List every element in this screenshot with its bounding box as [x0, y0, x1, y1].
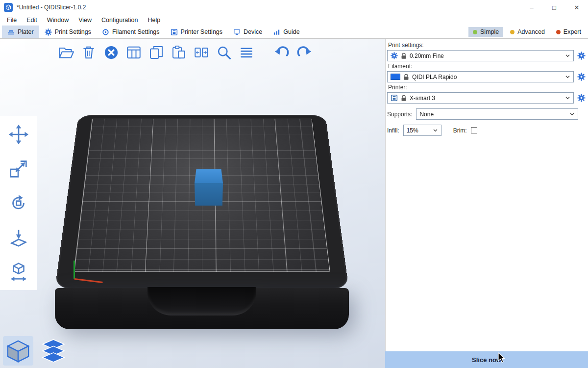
move-button[interactable] [6, 123, 31, 146]
simple-mode-dot-icon [473, 30, 477, 34]
print-settings-label: Print settings: [388, 42, 586, 49]
tab-plater-label: Plater [18, 28, 34, 35]
tab-guide[interactable]: Guide [268, 26, 305, 38]
print-settings-combo[interactable]: 0.20mm Fine [387, 50, 574, 61]
mirror-button[interactable] [6, 260, 31, 284]
mode-expert[interactable]: Expert [552, 27, 586, 37]
menu-file[interactable]: File [2, 16, 22, 25]
plater-icon [7, 28, 15, 36]
gear-icon [577, 94, 586, 102]
delete-all-icon [102, 44, 120, 61]
tab-plater[interactable]: Plater [2, 26, 39, 38]
supports-combo[interactable]: None [416, 108, 578, 120]
printer-label: Printer: [388, 84, 586, 91]
brim-checkbox[interactable] [471, 127, 477, 133]
menu-bar: File Edit Window View Configuration Help [0, 15, 588, 26]
chevron-down-icon [565, 54, 570, 57]
menu-window[interactable]: Window [42, 16, 74, 25]
place-on-face-button[interactable] [6, 226, 31, 249]
infill-combo[interactable]: 15% [403, 125, 441, 136]
model-cube-top[interactable] [195, 169, 223, 183]
variable-layer-height-button[interactable] [235, 41, 258, 64]
tab-printer-settings-label: Printer Settings [181, 28, 222, 35]
mouse-cursor [498, 352, 506, 364]
plater-toolbar [55, 41, 316, 64]
move-icon [7, 123, 30, 146]
supports-label: Supports: [387, 111, 412, 118]
mode-simple[interactable]: Simple [468, 27, 503, 37]
tab-device[interactable]: Device [228, 26, 268, 38]
undo-button[interactable] [270, 41, 293, 64]
redo-icon [295, 44, 313, 61]
window-controls: – □ ✕ [520, 0, 588, 15]
printer-combo[interactable]: X-smart 3 [387, 92, 574, 104]
maximize-button[interactable]: □ [543, 0, 565, 15]
menu-view[interactable]: View [74, 16, 97, 25]
tab-print-settings[interactable]: Print Settings [39, 26, 97, 38]
search-button[interactable] [213, 41, 235, 64]
preview-layers-view-button[interactable] [38, 336, 69, 366]
viewport-3d[interactable] [0, 39, 385, 368]
chevron-down-icon [569, 112, 575, 116]
mode-advanced[interactable]: Advanced [506, 27, 549, 37]
mode-expert-label: Expert [564, 28, 581, 35]
view-switch [3, 336, 69, 366]
gear-icon [577, 73, 586, 81]
split-objects-icon [193, 44, 210, 61]
menu-help[interactable]: Help [143, 16, 165, 25]
open-project-button[interactable] [55, 41, 77, 64]
print-settings-value: 0.20mm Fine [410, 53, 444, 59]
supports-value: None [419, 111, 434, 118]
tab-guide-label: Guide [283, 28, 299, 35]
filament-color-swatch [391, 74, 400, 80]
editor-3d-view-button[interactable] [3, 336, 33, 366]
rotate-button[interactable] [6, 191, 31, 215]
layers-icon [238, 44, 255, 61]
menu-edit[interactable]: Edit [22, 16, 42, 25]
paste-button[interactable] [168, 41, 190, 64]
copy-icon [147, 44, 165, 61]
trash-icon [80, 44, 98, 61]
paste-icon [170, 44, 188, 61]
search-icon [215, 44, 233, 61]
edit-print-settings-button[interactable] [576, 51, 586, 61]
arrange-button[interactable] [122, 41, 145, 64]
delete-button[interactable] [77, 41, 100, 64]
y-axis-indicator [74, 261, 75, 279]
slice-now-button[interactable]: Slice now [385, 351, 588, 368]
lock-icon [403, 74, 409, 80]
filament-value: QIDI PLA Rapido [412, 74, 457, 80]
tab-printer-settings[interactable]: Printer Settings [165, 26, 228, 38]
gear-icon [391, 52, 398, 59]
edit-printer-button[interactable] [576, 93, 586, 103]
brim-label: Brim: [453, 127, 467, 134]
filament-combo[interactable]: QIDI PLA Rapido [387, 71, 574, 82]
split-objects-button[interactable] [190, 41, 213, 64]
redo-button[interactable] [293, 41, 316, 64]
printer-bed-3d [55, 39, 349, 289]
model-cube-front[interactable] [195, 183, 223, 206]
window-title: *Untitled - QIDISlicer-1.0.2 [17, 4, 86, 11]
folder-open-icon [57, 44, 75, 61]
undo-icon [273, 44, 291, 61]
chevron-down-icon [433, 129, 438, 132]
cube-view-icon [5, 339, 31, 363]
minimize-button[interactable]: – [520, 0, 543, 15]
printer-case-front [55, 288, 349, 329]
tab-filament-settings[interactable]: Filament Settings [97, 26, 165, 38]
filament-label: Filament: [388, 63, 586, 70]
rotate-icon [7, 192, 30, 214]
edit-filament-button[interactable] [576, 72, 586, 82]
close-button[interactable]: ✕ [565, 0, 588, 15]
mode-switcher: Simple Advanced Expert [468, 26, 588, 38]
infill-value: 15% [407, 127, 418, 134]
menu-configuration[interactable]: Configuration [97, 16, 143, 25]
titlebar: *Untitled - QIDISlicer-1.0.2 – □ ✕ [0, 0, 588, 15]
scale-button[interactable] [6, 157, 31, 181]
device-icon [233, 28, 241, 36]
tab-bar: Plater Print Settings Filament Settings … [0, 26, 588, 39]
gear-icon [577, 52, 586, 60]
copy-button[interactable] [145, 41, 168, 64]
delete-all-button[interactable] [100, 41, 122, 64]
mode-advanced-label: Advanced [517, 28, 545, 35]
